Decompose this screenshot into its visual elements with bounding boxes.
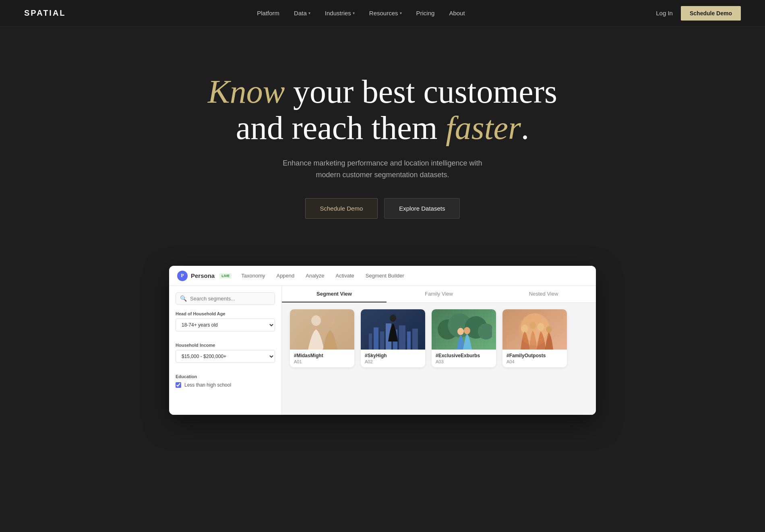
svg-rect-9 bbox=[399, 325, 405, 350]
demo-nav-append[interactable]: Append bbox=[276, 271, 294, 280]
login-link[interactable]: Log In bbox=[656, 10, 673, 17]
chevron-down-icon: ▾ bbox=[308, 11, 310, 15]
demo-nav-items: Taxonomy Append Analyze Activate Segment… bbox=[241, 271, 404, 280]
svg-point-1 bbox=[311, 315, 321, 326]
segment-info-skyhigh: #SkyHigh A02 bbox=[361, 350, 425, 367]
svg-point-19 bbox=[464, 327, 470, 334]
segment-card-midas[interactable]: #MidasMight A01 bbox=[290, 309, 354, 367]
segment-card-family[interactable]: #FamilyOutposts A04 bbox=[502, 309, 567, 367]
svg-point-26 bbox=[519, 313, 551, 346]
demo-search-container: 🔍 bbox=[176, 292, 275, 305]
hero-buttons: Schedule Demo Explore Datasets bbox=[305, 198, 460, 219]
segment-img-exurbs bbox=[432, 309, 496, 350]
segment-card-skyhigh[interactable]: #SkyHigh A02 bbox=[361, 309, 425, 367]
svg-rect-4 bbox=[369, 333, 372, 350]
demo-view-tabs: Segment View Family View Nested View bbox=[282, 286, 596, 303]
segment-img-family bbox=[502, 309, 567, 350]
schedule-demo-button[interactable]: Schedule Demo bbox=[681, 6, 741, 21]
hero-section: Know your best customers and reach them … bbox=[0, 0, 765, 266]
demo-nav-activate[interactable]: Activate bbox=[336, 271, 354, 280]
segment-info-family: #FamilyOutposts A04 bbox=[502, 350, 567, 367]
filter-income-section: Household Income $15,000 - $200,000+ bbox=[176, 343, 275, 369]
svg-rect-10 bbox=[407, 331, 411, 350]
persona-icon: P bbox=[177, 271, 188, 281]
demo-navbar: P Persona LIVE Taxonomy Append Analyze A… bbox=[169, 266, 596, 286]
tab-nested-view[interactable]: Nested View bbox=[491, 286, 596, 302]
chevron-down-icon: ▾ bbox=[400, 11, 402, 15]
hero-subtitle: Enhance marketing performance and locati… bbox=[278, 157, 487, 181]
demo-body: 🔍 Head of Household Age 18-74+ years old… bbox=[169, 286, 596, 415]
svg-point-12 bbox=[390, 315, 396, 322]
nav-link-data[interactable]: Data ▾ bbox=[294, 10, 310, 17]
segment-tag-midas: #MidasMight bbox=[294, 353, 350, 358]
filter-age-select[interactable]: 18-74+ years old bbox=[176, 319, 275, 331]
nav-link-platform[interactable]: Platform bbox=[257, 10, 279, 17]
nav-link-industries[interactable]: Industries ▾ bbox=[325, 10, 355, 17]
svg-rect-6 bbox=[380, 331, 384, 350]
segment-id-exurbs: A03 bbox=[436, 359, 492, 364]
segment-card-exurbs[interactable]: #ExclusiveExburbs A03 bbox=[432, 309, 496, 367]
hero-title-text2: your best customers bbox=[293, 73, 557, 110]
nav-link-pricing[interactable]: Pricing bbox=[416, 10, 435, 17]
demo-logo-text: Persona bbox=[191, 272, 215, 279]
segment-tag-exurbs: #ExclusiveExburbs bbox=[436, 353, 492, 358]
segment-id-family: A04 bbox=[507, 359, 563, 364]
segment-info-midas: #MidasMight A01 bbox=[290, 350, 354, 367]
tab-segment-view[interactable]: Segment View bbox=[282, 286, 387, 302]
svg-rect-11 bbox=[412, 329, 418, 350]
chevron-down-icon: ▾ bbox=[353, 11, 355, 15]
segment-id-skyhigh: A02 bbox=[365, 359, 421, 364]
hero-title-period: . bbox=[521, 110, 529, 146]
nav-links: Platform Data ▾ Industries ▾ Resources ▾… bbox=[257, 10, 465, 17]
demo-nav-taxonomy[interactable]: Taxonomy bbox=[241, 271, 265, 280]
hero-schedule-demo-button[interactable]: Schedule Demo bbox=[305, 198, 378, 219]
filter-age-section: Head of Household Age 18-74+ years old bbox=[176, 311, 275, 338]
segment-tag-skyhigh: #SkyHigh bbox=[365, 353, 421, 358]
navbar: SPATIAL Platform Data ▾ Industries ▾ Res… bbox=[0, 0, 765, 27]
filter-income-label: Household Income bbox=[176, 343, 275, 348]
filter-income-select[interactable]: $15,000 - $200,000+ bbox=[176, 350, 275, 363]
education-checkbox-row: Less than high school bbox=[176, 382, 275, 388]
filter-age-label: Head of Household Age bbox=[176, 311, 275, 316]
filter-education-label: Education bbox=[176, 374, 275, 379]
demo-segments: #MidasMight A01 bbox=[282, 303, 596, 374]
segment-img-skyhigh bbox=[361, 309, 425, 350]
svg-point-2 bbox=[326, 317, 335, 326]
hero-title-line2-text: and reach them bbox=[236, 110, 438, 146]
filter-education-section: Education Less than high school bbox=[176, 374, 275, 388]
demo-nav-segment-builder[interactable]: Segment Builder bbox=[366, 271, 404, 280]
hero-title-italic-gold: Know bbox=[208, 73, 285, 110]
live-badge: LIVE bbox=[219, 273, 232, 279]
demo-section: P Persona LIVE Taxonomy Append Analyze A… bbox=[0, 266, 765, 447]
demo-left-panel: 🔍 Head of Household Age 18-74+ years old… bbox=[169, 286, 282, 415]
nav-link-about[interactable]: About bbox=[449, 10, 465, 17]
svg-rect-5 bbox=[374, 327, 378, 350]
tab-family-view[interactable]: Family View bbox=[387, 286, 491, 302]
segment-tag-family: #FamilyOutposts bbox=[507, 353, 563, 358]
demo-right-panel: Segment View Family View Nested View bbox=[282, 286, 596, 415]
education-checkbox-label: Less than high school bbox=[184, 382, 231, 388]
hero-title-italic-white: faster bbox=[446, 110, 521, 146]
logo-text: SPATIAL bbox=[24, 8, 66, 17]
nav-logo: SPATIAL bbox=[24, 8, 66, 18]
hero-title: Know your best customers and reach them … bbox=[208, 74, 557, 146]
hero-explore-datasets-button[interactable]: Explore Datasets bbox=[384, 198, 460, 219]
segment-id-midas: A01 bbox=[294, 359, 350, 364]
nav-link-resources[interactable]: Resources ▾ bbox=[369, 10, 402, 17]
demo-card: P Persona LIVE Taxonomy Append Analyze A… bbox=[169, 266, 596, 415]
demo-nav-analyze[interactable]: Analyze bbox=[306, 271, 324, 280]
search-input[interactable] bbox=[190, 296, 271, 302]
segment-info-exurbs: #ExclusiveExburbs A03 bbox=[432, 350, 496, 367]
nav-actions: Log In Schedule Demo bbox=[656, 6, 741, 21]
segment-img-midas bbox=[290, 309, 354, 350]
education-checkbox[interactable] bbox=[176, 382, 181, 388]
svg-point-18 bbox=[457, 328, 464, 335]
search-icon: 🔍 bbox=[180, 295, 187, 302]
demo-logo: P Persona LIVE bbox=[177, 271, 232, 281]
